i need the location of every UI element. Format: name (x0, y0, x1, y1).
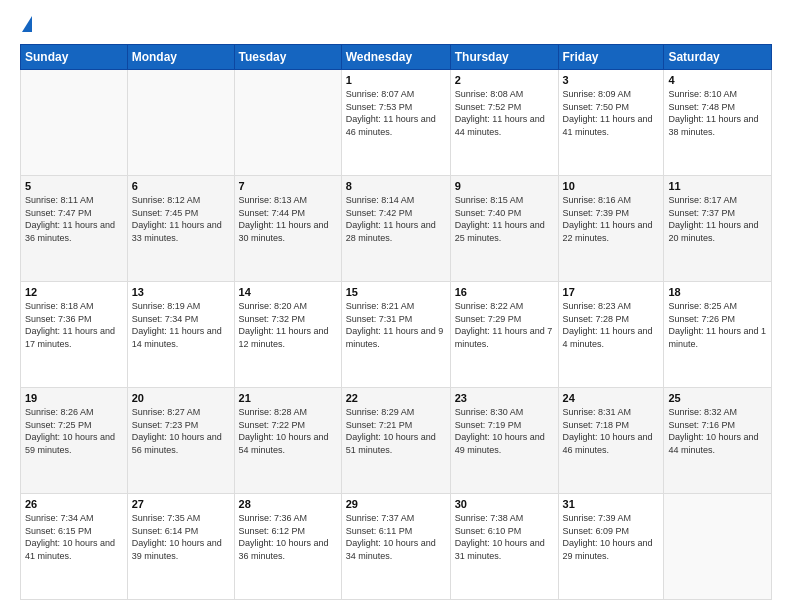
calendar-cell: 27Sunrise: 7:35 AM Sunset: 6:14 PM Dayli… (127, 494, 234, 600)
calendar-table: SundayMondayTuesdayWednesdayThursdayFrid… (20, 44, 772, 600)
day-number: 6 (132, 180, 230, 192)
day-number: 8 (346, 180, 446, 192)
day-number: 31 (563, 498, 660, 510)
calendar-cell: 11Sunrise: 8:17 AM Sunset: 7:37 PM Dayli… (664, 176, 772, 282)
calendar-cell: 24Sunrise: 8:31 AM Sunset: 7:18 PM Dayli… (558, 388, 664, 494)
day-info: Sunrise: 8:08 AM Sunset: 7:52 PM Dayligh… (455, 88, 554, 138)
calendar-cell: 20Sunrise: 8:27 AM Sunset: 7:23 PM Dayli… (127, 388, 234, 494)
day-info: Sunrise: 8:27 AM Sunset: 7:23 PM Dayligh… (132, 406, 230, 456)
day-info: Sunrise: 8:30 AM Sunset: 7:19 PM Dayligh… (455, 406, 554, 456)
day-number: 30 (455, 498, 554, 510)
day-number: 23 (455, 392, 554, 404)
calendar-cell: 5Sunrise: 8:11 AM Sunset: 7:47 PM Daylig… (21, 176, 128, 282)
day-info: Sunrise: 8:29 AM Sunset: 7:21 PM Dayligh… (346, 406, 446, 456)
day-number: 9 (455, 180, 554, 192)
day-number: 13 (132, 286, 230, 298)
calendar-cell: 7Sunrise: 8:13 AM Sunset: 7:44 PM Daylig… (234, 176, 341, 282)
calendar-cell: 23Sunrise: 8:30 AM Sunset: 7:19 PM Dayli… (450, 388, 558, 494)
day-info: Sunrise: 8:09 AM Sunset: 7:50 PM Dayligh… (563, 88, 660, 138)
calendar-cell: 15Sunrise: 8:21 AM Sunset: 7:31 PM Dayli… (341, 282, 450, 388)
calendar-cell: 16Sunrise: 8:22 AM Sunset: 7:29 PM Dayli… (450, 282, 558, 388)
calendar-week-row: 19Sunrise: 8:26 AM Sunset: 7:25 PM Dayli… (21, 388, 772, 494)
day-number: 21 (239, 392, 337, 404)
day-info: Sunrise: 8:32 AM Sunset: 7:16 PM Dayligh… (668, 406, 767, 456)
day-number: 27 (132, 498, 230, 510)
day-info: Sunrise: 8:22 AM Sunset: 7:29 PM Dayligh… (455, 300, 554, 350)
day-number: 11 (668, 180, 767, 192)
day-info: Sunrise: 8:31 AM Sunset: 7:18 PM Dayligh… (563, 406, 660, 456)
day-info: Sunrise: 8:20 AM Sunset: 7:32 PM Dayligh… (239, 300, 337, 350)
day-info: Sunrise: 8:07 AM Sunset: 7:53 PM Dayligh… (346, 88, 446, 138)
day-number: 5 (25, 180, 123, 192)
calendar-cell: 3Sunrise: 8:09 AM Sunset: 7:50 PM Daylig… (558, 70, 664, 176)
calendar-day-header: Saturday (664, 45, 772, 70)
calendar-cell: 10Sunrise: 8:16 AM Sunset: 7:39 PM Dayli… (558, 176, 664, 282)
calendar-cell (234, 70, 341, 176)
day-info: Sunrise: 7:35 AM Sunset: 6:14 PM Dayligh… (132, 512, 230, 562)
calendar-cell: 1Sunrise: 8:07 AM Sunset: 7:53 PM Daylig… (341, 70, 450, 176)
calendar-week-row: 5Sunrise: 8:11 AM Sunset: 7:47 PM Daylig… (21, 176, 772, 282)
calendar-cell: 21Sunrise: 8:28 AM Sunset: 7:22 PM Dayli… (234, 388, 341, 494)
calendar-day-header: Thursday (450, 45, 558, 70)
calendar-cell: 31Sunrise: 7:39 AM Sunset: 6:09 PM Dayli… (558, 494, 664, 600)
day-number: 17 (563, 286, 660, 298)
day-number: 7 (239, 180, 337, 192)
calendar-cell: 14Sunrise: 8:20 AM Sunset: 7:32 PM Dayli… (234, 282, 341, 388)
day-info: Sunrise: 8:23 AM Sunset: 7:28 PM Dayligh… (563, 300, 660, 350)
calendar-cell: 29Sunrise: 7:37 AM Sunset: 6:11 PM Dayli… (341, 494, 450, 600)
calendar-cell (21, 70, 128, 176)
day-number: 12 (25, 286, 123, 298)
calendar-cell: 17Sunrise: 8:23 AM Sunset: 7:28 PM Dayli… (558, 282, 664, 388)
day-info: Sunrise: 7:37 AM Sunset: 6:11 PM Dayligh… (346, 512, 446, 562)
day-number: 29 (346, 498, 446, 510)
day-info: Sunrise: 8:12 AM Sunset: 7:45 PM Dayligh… (132, 194, 230, 244)
day-info: Sunrise: 7:36 AM Sunset: 6:12 PM Dayligh… (239, 512, 337, 562)
calendar-cell: 2Sunrise: 8:08 AM Sunset: 7:52 PM Daylig… (450, 70, 558, 176)
day-number: 24 (563, 392, 660, 404)
day-number: 20 (132, 392, 230, 404)
day-info: Sunrise: 8:26 AM Sunset: 7:25 PM Dayligh… (25, 406, 123, 456)
day-number: 19 (25, 392, 123, 404)
calendar-day-header: Tuesday (234, 45, 341, 70)
day-number: 10 (563, 180, 660, 192)
calendar-week-row: 12Sunrise: 8:18 AM Sunset: 7:36 PM Dayli… (21, 282, 772, 388)
day-info: Sunrise: 8:18 AM Sunset: 7:36 PM Dayligh… (25, 300, 123, 350)
day-number: 15 (346, 286, 446, 298)
calendar-cell (127, 70, 234, 176)
day-number: 16 (455, 286, 554, 298)
day-info: Sunrise: 7:34 AM Sunset: 6:15 PM Dayligh… (25, 512, 123, 562)
calendar-cell (664, 494, 772, 600)
day-number: 3 (563, 74, 660, 86)
calendar-header-row: SundayMondayTuesdayWednesdayThursdayFrid… (21, 45, 772, 70)
day-number: 14 (239, 286, 337, 298)
calendar-cell: 25Sunrise: 8:32 AM Sunset: 7:16 PM Dayli… (664, 388, 772, 494)
calendar-day-header: Wednesday (341, 45, 450, 70)
calendar-cell: 30Sunrise: 7:38 AM Sunset: 6:10 PM Dayli… (450, 494, 558, 600)
day-info: Sunrise: 8:13 AM Sunset: 7:44 PM Dayligh… (239, 194, 337, 244)
calendar-cell: 13Sunrise: 8:19 AM Sunset: 7:34 PM Dayli… (127, 282, 234, 388)
day-info: Sunrise: 7:39 AM Sunset: 6:09 PM Dayligh… (563, 512, 660, 562)
calendar-cell: 9Sunrise: 8:15 AM Sunset: 7:40 PM Daylig… (450, 176, 558, 282)
day-number: 18 (668, 286, 767, 298)
calendar-week-row: 1Sunrise: 8:07 AM Sunset: 7:53 PM Daylig… (21, 70, 772, 176)
day-info: Sunrise: 8:15 AM Sunset: 7:40 PM Dayligh… (455, 194, 554, 244)
page: SundayMondayTuesdayWednesdayThursdayFrid… (0, 0, 792, 612)
calendar-day-header: Sunday (21, 45, 128, 70)
day-info: Sunrise: 8:25 AM Sunset: 7:26 PM Dayligh… (668, 300, 767, 350)
calendar-cell: 6Sunrise: 8:12 AM Sunset: 7:45 PM Daylig… (127, 176, 234, 282)
logo (20, 16, 32, 34)
day-info: Sunrise: 8:14 AM Sunset: 7:42 PM Dayligh… (346, 194, 446, 244)
day-info: Sunrise: 8:10 AM Sunset: 7:48 PM Dayligh… (668, 88, 767, 138)
day-info: Sunrise: 8:19 AM Sunset: 7:34 PM Dayligh… (132, 300, 230, 350)
day-info: Sunrise: 8:16 AM Sunset: 7:39 PM Dayligh… (563, 194, 660, 244)
calendar-day-header: Monday (127, 45, 234, 70)
day-number: 1 (346, 74, 446, 86)
day-info: Sunrise: 8:17 AM Sunset: 7:37 PM Dayligh… (668, 194, 767, 244)
calendar-day-header: Friday (558, 45, 664, 70)
day-info: Sunrise: 8:28 AM Sunset: 7:22 PM Dayligh… (239, 406, 337, 456)
calendar-cell: 8Sunrise: 8:14 AM Sunset: 7:42 PM Daylig… (341, 176, 450, 282)
calendar-cell: 22Sunrise: 8:29 AM Sunset: 7:21 PM Dayli… (341, 388, 450, 494)
day-number: 2 (455, 74, 554, 86)
calendar-cell: 28Sunrise: 7:36 AM Sunset: 6:12 PM Dayli… (234, 494, 341, 600)
day-info: Sunrise: 8:21 AM Sunset: 7:31 PM Dayligh… (346, 300, 446, 350)
